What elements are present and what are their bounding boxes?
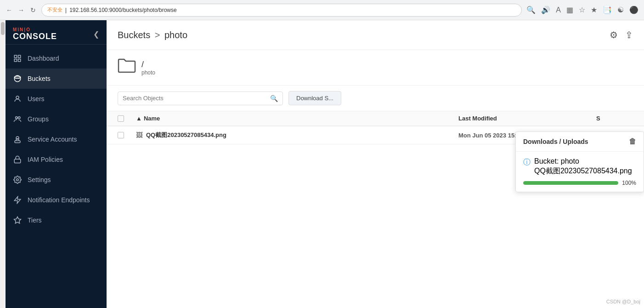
sidebar: MIN|O CONSOLE ❮ Dashboard Buckets <box>6 20 107 308</box>
iam-icon <box>13 155 22 164</box>
header-checkbox <box>118 115 136 122</box>
progress-bar-fill <box>523 181 618 185</box>
downloads-panel-title: Downloads / Uploads <box>523 138 588 145</box>
sidebar-item-label: Settings <box>28 176 51 183</box>
sidebar-header: MIN|O CONSOLE ❮ <box>6 20 107 45</box>
row-name-col: 🖼 QQ截图20230527085434.png <box>136 131 458 139</box>
toolbar: 🔍 Download S... <box>107 86 644 111</box>
url-text: 192.168.56.100:9000/buckets/photo/browse <box>69 7 177 13</box>
search-box[interactable]: 🔍 <box>118 91 283 105</box>
back-button[interactable]: ← <box>6 6 13 14</box>
file-name: 🖼 QQ截图20230527085434.png <box>136 131 226 139</box>
favorites-bar-btn[interactable]: ★ <box>591 6 597 14</box>
breadcrumb-current: photo <box>164 30 187 40</box>
modified-col-label: Last Modified <box>458 115 497 122</box>
sidebar-item-label: Dashboard <box>28 55 59 62</box>
breadcrumb-separator: > <box>155 30 160 40</box>
address-bar[interactable]: 不安全 | 192.168.56.100:9000/buckets/photo/… <box>41 4 522 17</box>
split-view-btn[interactable]: ▦ <box>566 6 573 14</box>
notification-icon <box>13 195 22 205</box>
svg-point-6 <box>16 96 19 99</box>
translate-btn[interactable]: A <box>556 6 561 14</box>
table-header: ▲ Name Last Modified S <box>107 111 644 126</box>
sidebar-item-buckets[interactable]: Buckets <box>6 68 107 89</box>
progress-percentage: 100% <box>622 180 636 186</box>
svg-marker-13 <box>14 217 21 223</box>
sidebar-item-service-accounts[interactable]: Service Accounts <box>6 129 107 149</box>
folder-slash: / <box>141 60 155 69</box>
folder-name: photo <box>141 69 155 76</box>
info-icon: ⓘ <box>523 158 531 167</box>
profile-btn[interactable]: ⚫ <box>629 6 638 14</box>
file-name-text[interactable]: QQ截图20230527085434.png <box>146 131 226 139</box>
settings-gear-button[interactable]: ⚙ <box>610 29 618 40</box>
collections-btn[interactable]: 📑 <box>603 6 612 14</box>
sidebar-item-label: Buckets <box>28 75 51 82</box>
file-type-icon: 🖼 <box>136 131 142 139</box>
app: MIN|O CONSOLE ❮ Dashboard Buckets <box>0 20 644 308</box>
sidebar-item-tiers[interactable]: Tiers <box>6 210 107 230</box>
extensions-btn[interactable]: ☯ <box>617 6 624 14</box>
download-text: Bucket: photo QQ截图20230527085434.png <box>534 157 632 176</box>
breadcrumb: Buckets > photo <box>118 30 187 40</box>
svg-rect-3 <box>18 59 21 62</box>
groups-icon <box>13 114 22 124</box>
main-content: Buckets > photo ⚙ ⇪ / photo <box>107 20 644 308</box>
logo-console: CONSOLE <box>13 32 57 40</box>
sidebar-item-label: Groups <box>28 115 49 123</box>
progress-bar-bg <box>523 181 618 185</box>
svg-rect-2 <box>14 59 17 62</box>
sort-arrow[interactable]: ▲ <box>136 115 142 122</box>
settings-icon <box>13 175 22 184</box>
tiers-icon <box>13 216 22 225</box>
logo: MIN|O CONSOLE <box>13 28 57 40</box>
sidebar-nav: Dashboard Buckets Users Gr <box>6 45 107 308</box>
download-button[interactable]: Download S... <box>288 91 341 105</box>
users-icon <box>13 94 22 103</box>
sidebar-item-notification-endpoints[interactable]: Notification Endpoints <box>6 190 107 210</box>
content-header: Buckets > photo ⚙ ⇪ <box>107 20 644 50</box>
scroll-area[interactable] <box>0 20 6 308</box>
download-bucket-label: Bucket: photo <box>534 157 632 165</box>
upload-button[interactable]: ⇪ <box>625 29 633 40</box>
service-accounts-icon <box>13 135 22 144</box>
col-name-header: ▲ Name <box>136 115 458 122</box>
sidebar-item-label: Notification Endpoints <box>28 196 90 204</box>
progress-bar-container: 100% <box>523 180 636 186</box>
folder-icon <box>118 57 136 78</box>
search-input[interactable] <box>123 95 267 102</box>
sidebar-item-iam-policies[interactable]: IAM Policies <box>6 149 107 170</box>
name-col-label: Name <box>144 115 160 122</box>
sidebar-item-settings[interactable]: Settings <box>6 170 107 190</box>
watermark: CSDN @D_boj <box>606 299 640 304</box>
search-icon: 🔍 <box>270 95 278 102</box>
downloads-panel-header: Downloads / Uploads 🗑 <box>516 132 644 152</box>
refresh-button[interactable]: ↻ <box>29 6 37 14</box>
sidebar-item-dashboard[interactable]: Dashboard <box>6 48 107 68</box>
breadcrumb-prefix[interactable]: Buckets <box>118 30 150 40</box>
read-aloud-btn[interactable]: 🔊 <box>541 6 550 14</box>
forward-button[interactable]: → <box>17 6 25 14</box>
search-browser-btn[interactable]: 🔍 <box>526 6 536 14</box>
row-checkbox[interactable] <box>118 132 124 138</box>
favorites-btn[interactable]: ☆ <box>579 6 585 14</box>
dashboard-icon <box>13 54 22 63</box>
row-checkbox-col <box>118 132 136 138</box>
buckets-icon <box>13 74 22 83</box>
download-item-header: ⓘ Bucket: photo QQ截图20230527085434.png <box>523 157 636 176</box>
trash-button[interactable]: 🗑 <box>629 137 636 146</box>
svg-rect-10 <box>15 141 20 143</box>
folder-info: / photo <box>107 50 644 86</box>
select-all-checkbox[interactable] <box>118 115 124 122</box>
sidebar-item-label: IAM Policies <box>28 156 63 163</box>
sidebar-item-label: Tiers <box>28 217 42 224</box>
folder-path: / photo <box>141 60 155 76</box>
download-item: ⓘ Bucket: photo QQ截图20230527085434.png 1… <box>516 152 644 192</box>
sidebar-item-users[interactable]: Users <box>6 89 107 109</box>
collapse-sidebar-button[interactable]: ❮ <box>93 30 99 39</box>
svg-rect-0 <box>14 55 17 57</box>
sidebar-item-groups[interactable]: Groups <box>6 109 107 129</box>
browser-actions: 🔍 🔊 A ▦ ☆ ★ 📑 ☯ ⚫ <box>526 6 638 14</box>
main-content-area: ▲ Name Last Modified S <box>107 111 644 308</box>
size-col-label: S <box>596 115 600 122</box>
